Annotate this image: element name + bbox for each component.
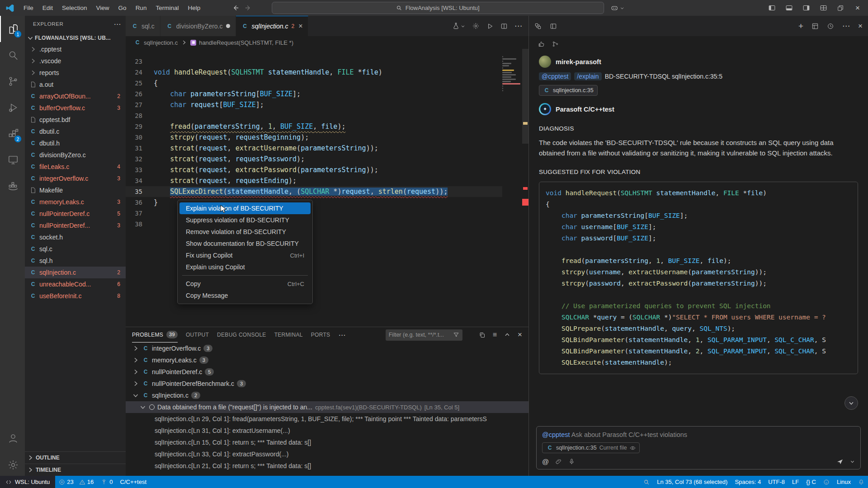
problems-file-row[interactable]: CnullPointerDeref.c5 [126,366,528,378]
activity-explorer[interactable]: 1 [0,16,25,42]
explorer-item[interactable]: CnullPointerDeref...3 [25,220,126,231]
code-line[interactable]: 30 strcpy(request, requestBeginning); [126,132,502,143]
chat-history-icon[interactable] [827,23,834,30]
editor-layout-icon[interactable] [550,23,557,30]
trace-row[interactable]: sqlInjection.c[Ln 29, Col 1]: fread(para… [126,413,528,425]
code-line[interactable]: SQLPrepare(statementHandle, query, SQL_N… [546,323,851,334]
menu-view[interactable]: View [92,3,114,13]
context-menu-item[interactable]: Suppress violation of BD-SECURITY [179,214,311,226]
copilot-icon[interactable] [610,4,624,12]
explorer-item[interactable]: CdivisionByZero.c [25,149,126,161]
explorer-item[interactable]: .cpptest [25,43,126,55]
code-editor[interactable]: 2324void handleRequest(SQLHSTMT statemen… [126,49,528,327]
modified-dot-icon[interactable] [226,24,230,28]
language-mode[interactable]: {} C [802,476,820,488]
eol-sequence[interactable]: LF [788,476,802,488]
code-line[interactable]: 34 strcat(request, requestEnding); [126,175,502,186]
new-chat-icon[interactable]: + [798,21,803,31]
notifications-bell[interactable] [854,476,868,488]
menu-edit[interactable]: Edit [38,3,57,13]
panel-tab-terminal[interactable]: TERMINAL [274,327,303,343]
context-menu-item[interactable]: Explain violation of BD-SECURITY [179,202,311,214]
forward-arrow-icon[interactable] [244,4,252,12]
breadcrumb-file[interactable]: C sqlInjection.c [134,39,178,46]
problems-file-row[interactable]: CnullPointerDerefBenchmark.c3 [126,378,528,389]
activity-search[interactable] [0,42,25,68]
command-chip[interactable]: /explain [574,72,601,80]
explorer-item[interactable]: Cdbutil.h [25,137,126,149]
explorer-item[interactable]: reports [25,67,126,79]
toggle-primary-sidebar-icon[interactable] [764,2,779,14]
code-line[interactable]: SQLCHAR *query = (SQLCHAR *)"SELECT * FR… [546,312,851,323]
menu-help[interactable]: Help [183,3,205,13]
customize-layout-icon[interactable] [816,2,831,14]
context-menu-item[interactable]: CopyCtrl+C [179,278,311,290]
code-line[interactable]: char parametersString[BUF_SIZE]; [546,210,851,221]
code-line[interactable]: void handleRequest(SQLHSTMT statementHan… [546,188,851,199]
activity-remote-explorer[interactable] [0,147,25,173]
explorer-item[interactable]: cpptest.bdf [25,114,126,126]
problems-filter-input[interactable]: Filter (e.g. text, **/*.t... [386,329,462,341]
activity-run-debug[interactable] [0,94,25,121]
more-actions-icon[interactable]: ⋯ [842,21,850,31]
explorer-item[interactable]: CintegerOverflow.c3 [25,173,126,184]
explorer-item[interactable]: CmemoryLeaks.c3 [25,196,126,208]
problems-status[interactable]: 23 16 [55,476,97,488]
code-line[interactable]: SQLBindParameter(statementHandle, 2, SQL… [546,346,851,357]
context-menu-item[interactable]: Explain using Copilot [179,261,311,273]
file-reference-chip[interactable]: C sqlInjection.c:35 [539,85,598,96]
explorer-item[interactable]: CuseBeforeInit.c8 [25,290,126,302]
panel-tab-output[interactable]: OUTPUT [186,327,209,343]
scroll-down-button[interactable] [844,396,858,410]
chevron-down-icon[interactable] [850,459,855,464]
code-line[interactable]: char password[BUF_SIZE]; [546,233,851,244]
explorer-item[interactable]: CsqlInjection.c2 [25,267,126,278]
code-line[interactable]: strcpy(username, extractUsername(paramet… [546,267,851,278]
problems-file-row[interactable]: CsqlInjection.c2 [126,389,528,401]
close-window-icon[interactable]: × [850,2,865,14]
outline-section[interactable]: OUTLINE [25,451,126,464]
code-line[interactable]: 23 [126,56,502,67]
os-indicator[interactable]: Linux [833,476,854,488]
send-icon[interactable] [836,458,844,465]
code-line[interactable]: SQLExecute(statementHandle); [546,357,851,368]
activity-containers[interactable] [0,173,25,199]
participant-chip[interactable]: @cpptest [539,72,571,80]
view-as-list-icon[interactable]: ≡ [493,331,497,339]
editor-tab[interactable]: CdivisionByZero.c [160,16,236,36]
activity-source-control[interactable] [0,68,25,94]
cpptest-run-button[interactable] [452,22,465,30]
close-chat-icon[interactable]: × [858,22,863,31]
chat-conversation[interactable]: mirek-parasoft @cpptest /explain BD-SECU… [529,48,868,422]
chat-input-text[interactable]: @cpptest Ask about Parasoft C/C++test vi… [542,431,855,438]
code-line[interactable]: fread(parametersString, 1, BUF_SIZE, fil… [546,255,851,267]
eye-icon[interactable] [630,445,636,451]
encoding[interactable]: UTF-8 [764,476,788,488]
problem-row[interactable]: Data obtained from a file ("request[]") … [126,401,528,413]
code-line[interactable]: 29 fread(parametersString, 1, BUF_SIZE, … [126,121,502,132]
suggested-fix-code[interactable]: void handleRequest(SQLHSTMT statementHan… [539,182,858,374]
run-icon[interactable] [486,23,494,30]
close-tab-icon[interactable]: × [298,22,302,30]
problems-file-row[interactable]: CmemoryLeaks.c3 [126,354,528,366]
split-editor-icon[interactable] [500,23,508,30]
cpptest-status[interactable]: C/C++test [117,476,151,488]
cursor-position[interactable]: Ln 35, Col 73 (68 selected) [653,476,731,488]
toggle-secondary-sidebar-icon[interactable] [798,2,814,14]
timeline-section[interactable]: TIMELINE [25,464,126,476]
explorer-item[interactable]: .vscode [25,55,126,67]
search-status[interactable] [640,476,653,488]
minimap[interactable] [502,51,522,91]
context-menu-item[interactable]: Fix using CopilotCtrl+I [179,249,311,261]
ports-status[interactable]: 0 [97,476,116,488]
code-line[interactable]: 24void handleRequest(SQLHSTMT statementH… [126,67,502,78]
code-line[interactable]: 33 strcat(request, extractPassword(param… [126,164,502,175]
activity-extensions[interactable]: 2 [0,121,25,147]
menu-go[interactable]: Go [114,3,131,13]
copy-icon[interactable] [479,332,486,338]
close-panel-icon[interactable]: × [518,330,522,339]
workspace-section-header[interactable]: FLOWANALYSIS [WSL: UB... [25,32,126,43]
menu-file[interactable]: File [19,3,38,13]
explorer-item[interactable]: CarrayOutOfBoun...2 [25,90,126,102]
panel-tab-ports[interactable]: PORTS [311,327,330,343]
